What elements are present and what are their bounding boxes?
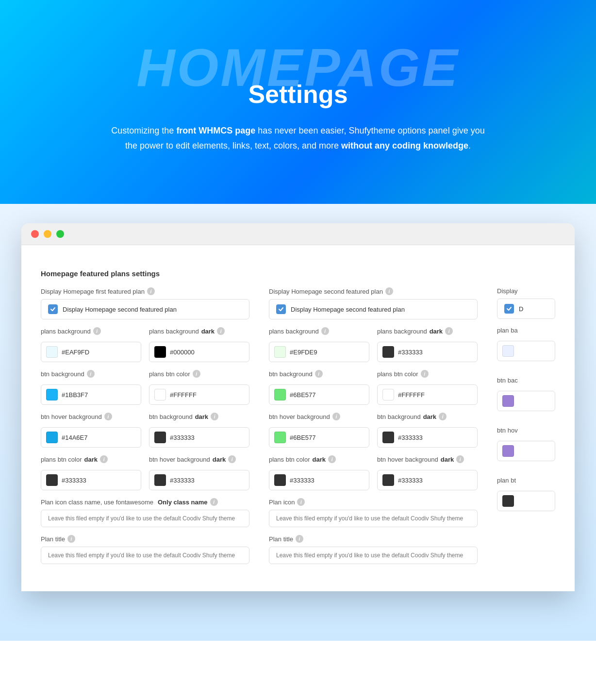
info-icon-btn-color-1[interactable]: i <box>193 370 200 378</box>
info-icon-hover-2[interactable]: i <box>332 413 340 420</box>
info-icon-title-1[interactable]: i <box>67 535 75 543</box>
browser-dot-red[interactable] <box>31 230 39 238</box>
checkbox-3[interactable] <box>504 304 514 314</box>
btn-bg-group-1: btn background i #1BB3F7 <box>41 370 141 405</box>
color-fields-row-1a: plans background i #EAF9FD plans backgro… <box>41 327 249 362</box>
btn-hover-group-3: btn hov <box>497 427 555 461</box>
plans-btn-dark-label-3: plan bt <box>497 477 555 484</box>
info-icon-bg-2[interactable]: i <box>321 327 329 335</box>
checkbox-row-3[interactable]: D <box>497 299 555 319</box>
btn-bg-dark-swatch-2 <box>382 432 394 443</box>
btn-bg-input-2[interactable]: #6BE577 <box>269 384 369 405</box>
browser-wrapper: Homepage featured plans settings Display… <box>0 204 596 641</box>
info-icon-btn-dark-1[interactable]: i <box>211 413 218 420</box>
btn-bg-label-2: btn background i <box>269 370 369 378</box>
checkbox-label-2: Display Homepage second featured plan <box>291 306 405 313</box>
btn-hover-input-1[interactable]: #14A6E7 <box>41 427 141 448</box>
btn-bg-swatch-1 <box>46 389 58 400</box>
btn-hover-swatch-3 <box>502 445 514 457</box>
checkbox-row-2[interactable]: Display Homepage second featured plan <box>269 299 478 319</box>
browser-dot-yellow[interactable] <box>44 230 51 238</box>
plans-btn-color-hex-1: #FFFFFF <box>170 391 197 399</box>
plans-bg-group-2: plans background i #E9FDE9 <box>269 327 369 362</box>
info-icon-hover-1[interactable]: i <box>104 413 112 420</box>
plan-title-input-2[interactable] <box>269 547 478 564</box>
plans-bg-dark-hex-1: #000000 <box>170 349 195 356</box>
btn-bg-dark-input-2[interactable]: #333333 <box>377 427 478 448</box>
plans-grid: Display Homepage first featured plan i D… <box>41 287 555 572</box>
info-icon-btn-dark-2[interactable]: i <box>439 413 447 420</box>
plans-btn-dark-group-2: plans btn color dark i #333333 <box>269 455 369 490</box>
btn-hover-dark-hex-2: #333333 <box>398 477 423 484</box>
info-icon-title-2[interactable]: i <box>296 535 303 543</box>
plans-bg-dark-label-2: plans background dark i <box>377 327 478 335</box>
plans-bg-input-3[interactable] <box>497 341 555 361</box>
icon-label-2: Plan icon i <box>269 498 478 506</box>
browser-dot-green[interactable] <box>56 230 64 238</box>
plans-btn-dark-input-3[interactable] <box>497 491 555 511</box>
info-icon-hover-dark-2[interactable]: i <box>456 455 464 463</box>
plans-bg-dark-group-2: plans background dark i #333333 <box>377 327 478 362</box>
plans-bg-input-1[interactable]: #EAF9FD <box>41 342 141 362</box>
info-icon-icon-1[interactable]: i <box>210 498 218 506</box>
info-icon-btn-dark-color-1[interactable]: i <box>100 455 108 463</box>
plans-btn-color-input-2[interactable]: #FFFFFF <box>377 384 478 405</box>
info-icon-2[interactable]: i <box>385 287 393 295</box>
btn-hover-dark-input-2[interactable]: #333333 <box>377 470 478 490</box>
hero-section: HOMEPAGE Settings Customizing the front … <box>0 0 596 204</box>
plans-btn-dark-group-1: plans btn color dark i #333333 <box>41 455 141 490</box>
btn-hover-dark-input-1[interactable]: #333333 <box>149 470 249 490</box>
info-icon-hover-dark-1[interactable]: i <box>228 455 236 463</box>
icon-input-2[interactable] <box>269 510 478 527</box>
plans-bg-input-2[interactable]: #E9FDE9 <box>269 342 369 362</box>
btn-bg-dark-input-1[interactable]: #333333 <box>149 427 249 448</box>
plan-title-input-1[interactable] <box>41 547 249 564</box>
btn-bg-hex-1: #1BB3F7 <box>62 391 88 399</box>
info-icon-icon-2[interactable]: i <box>297 498 305 506</box>
info-icon-btn-dark-color-2[interactable]: i <box>328 455 336 463</box>
plans-bg-label-3: plan ba <box>497 327 555 334</box>
info-icon-bg-1[interactable]: i <box>93 327 101 335</box>
plans-btn-dark-label-1: plans btn color dark i <box>41 455 141 463</box>
btn-hover-group-2: btn hover background i #6BE577 <box>269 413 369 448</box>
browser-window: Homepage featured plans settings Display… <box>21 223 575 591</box>
hero-description: Customizing the front WHMCS page has nev… <box>109 123 487 153</box>
icon-class-input-1[interactable] <box>41 510 249 527</box>
plans-bg-hex-1: #EAF9FD <box>62 349 89 356</box>
display-label-1: Display Homepage first featured plan i <box>41 287 249 295</box>
checkbox-row-1[interactable]: Display Homepage second featured plan <box>41 299 249 319</box>
info-icon-bg-dark-2[interactable]: i <box>445 327 453 335</box>
info-icon-btn-1[interactable]: i <box>87 370 95 378</box>
checkbox-1[interactable] <box>48 304 58 314</box>
btn-hover-dark-swatch-2 <box>382 474 394 486</box>
plans-bg-swatch-1 <box>46 346 58 358</box>
btn-hover-dark-group-2: btn hover background dark i #333333 <box>377 455 478 490</box>
btn-bg-input-3[interactable] <box>497 391 555 411</box>
plans-btn-color-input-1[interactable]: #FFFFFF <box>149 384 249 405</box>
info-icon-1[interactable]: i <box>147 287 155 295</box>
plan-column-1: Display Homepage first featured plan i D… <box>41 287 249 572</box>
plans-bg-dark-input-1[interactable]: #000000 <box>149 342 249 362</box>
checkbox-2[interactable] <box>276 304 286 314</box>
plans-btn-dark-input-1[interactable]: #333333 <box>41 470 141 490</box>
plans-bg-label-1: plans background i <box>41 327 141 335</box>
btn-hover-label-1: btn hover background i <box>41 413 141 420</box>
info-icon-bg-dark-1[interactable]: i <box>217 327 225 335</box>
btn-bg-dark-group-1: btn background dark i #333333 <box>149 413 249 448</box>
plans-btn-dark-hex-1: #333333 <box>62 477 86 484</box>
plans-btn-color-swatch-1 <box>154 389 166 400</box>
btn-bg-input-1[interactable]: #1BB3F7 <box>41 384 141 405</box>
checkbox-label-1: Display Homepage second featured plan <box>63 306 177 313</box>
display-label-3: Display <box>497 287 555 295</box>
plans-bg-dark-input-2[interactable]: #333333 <box>377 342 478 362</box>
plans-bg-dark-swatch-2 <box>382 346 394 358</box>
plans-btn-dark-input-2[interactable]: #333333 <box>269 470 369 490</box>
btn-bg-dark-label-2: btn background dark i <box>377 413 478 420</box>
btn-hover-input-3[interactable] <box>497 441 555 461</box>
info-icon-btn-color-2[interactable]: i <box>421 370 429 378</box>
plans-btn-dark-label-2: plans btn color dark i <box>269 455 369 463</box>
info-icon-btn-2[interactable]: i <box>315 370 323 378</box>
btn-hover-input-2[interactable]: #6BE577 <box>269 427 369 448</box>
icon-class-label-1: Plan icon class name, use fontawesome On… <box>41 498 249 506</box>
btn-hover-hex-2: #6BE577 <box>290 434 316 441</box>
